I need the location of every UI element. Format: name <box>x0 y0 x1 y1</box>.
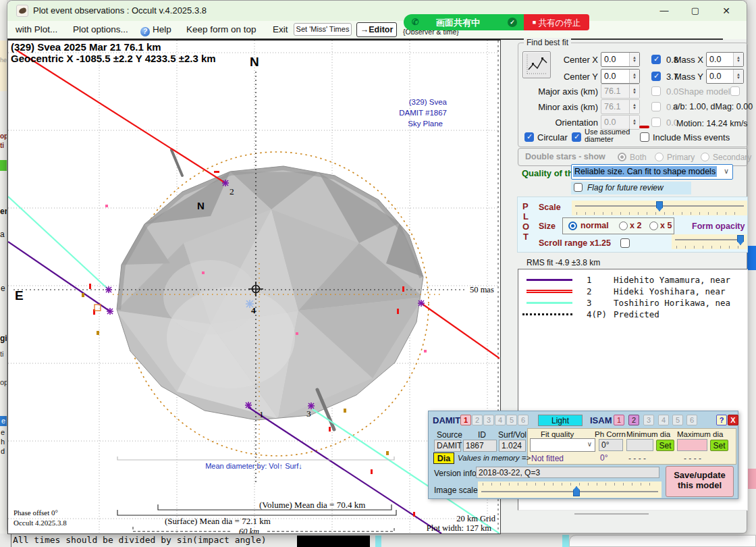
scroll-range-checkbox[interactable] <box>620 238 630 248</box>
isam-tab-1[interactable]: 1 <box>614 415 624 425</box>
size-x2-radio[interactable] <box>619 222 628 230</box>
dia-button[interactable]: Dia <box>433 452 454 464</box>
damit-tab-1[interactable]: 1 <box>460 415 471 425</box>
plot-title-line1: (329) Svea 2025 Mar 21 76.1 km <box>11 41 161 53</box>
help-icon: ? <box>140 27 150 36</box>
damit-tab-3[interactable]: 3 <box>483 415 494 425</box>
min-dia-value[interactable] <box>626 439 653 451</box>
quality-combobox[interactable]: Reliable size. Can fit to shape models ∨ <box>571 164 733 180</box>
stop-sharing-button[interactable]: ■ 共有の停止 <box>524 14 589 30</box>
size-x5-radio[interactable] <box>649 222 658 230</box>
isam-tab-4[interactable]: 4 <box>658 415 669 425</box>
panel-help-button[interactable]: ? <box>716 415 727 425</box>
fit-quality-combobox[interactable]: ∨ <box>530 438 595 452</box>
plot-canvas: 2 1 3 4 (329) Svea 2025 Mar 21 76.1 km G… <box>8 41 500 533</box>
damit-tab-5[interactable]: 5 <box>506 415 517 425</box>
screen-sharing-label: 画面共有中 <box>436 17 480 29</box>
double-primary-label: Primary <box>667 153 695 162</box>
light-curves-button[interactable]: Light curves <box>538 415 583 426</box>
background-text-fragment: h <box>1 438 5 446</box>
spinner-arrows-icon[interactable]: ▲▼ <box>733 70 743 83</box>
sky-plane-plot[interactable]: 2 1 3 4 (329) Svea 2025 Mar 21 76.1 km G… <box>7 39 501 534</box>
image-scale-thumb[interactable] <box>573 486 580 496</box>
minor-axis-spinner[interactable]: 76.1▲▼ <box>601 99 640 114</box>
background-text-fragment: d <box>1 447 5 455</box>
isam-tab-2[interactable]: 2 <box>628 415 639 425</box>
plot-t: T <box>523 232 529 242</box>
id-value[interactable]: 1867 <box>463 440 497 452</box>
legend-observer-row[interactable]: 1 Hidehito Yamamura, near <box>518 274 747 286</box>
include-miss-events-checkbox[interactable] <box>640 132 649 142</box>
panel-close-button[interactable]: X <box>728 415 738 425</box>
mass-y-spinner[interactable]: 0.0▲▼ <box>706 69 744 84</box>
size-normal-radio[interactable] <box>568 222 577 230</box>
app-icon <box>16 5 28 17</box>
version-info-value[interactable]: 2018-03-22, Q=3 <box>476 467 659 478</box>
damit-tab-2[interactable]: 2 <box>472 415 483 425</box>
spinner-arrows-icon: ▲▼ <box>629 84 639 98</box>
size-radio-group: normal x 2 x 5 <box>562 217 674 234</box>
fit-graph-button[interactable] <box>522 51 551 78</box>
legend-observer-row[interactable]: 3 Toshihiro Horikawa, nea <box>518 297 747 309</box>
spinner-arrows-icon[interactable]: ▲▼ <box>629 70 639 83</box>
menu-keep-on-top[interactable]: Keep form on top <box>186 24 256 34</box>
menu-help[interactable]: ?Help <box>140 24 171 36</box>
minimize-button[interactable]: — <box>649 1 680 21</box>
center-y-spinner[interactable]: 0.0▲▼ <box>601 69 640 84</box>
isam-tab-6[interactable]: 6 <box>686 415 697 425</box>
surface-dia-bracket <box>117 510 396 515</box>
spinner-arrows-icon[interactable]: ▲▼ <box>733 53 743 66</box>
background-text-fragment: ti <box>0 142 4 149</box>
min-dia-set-button[interactable]: Set <box>656 440 674 451</box>
scale-slider[interactable] <box>572 201 747 215</box>
major-axis-spinner[interactable]: 76.1▲▼ <box>601 84 640 99</box>
center-x-fit-checkbox[interactable]: ✓ <box>651 55 661 64</box>
center-x-spinner[interactable]: 0.0▲▼ <box>601 52 640 67</box>
center-y-fit-checkbox[interactable]: ✓ <box>651 72 661 81</box>
ph-corr-value[interactable]: 0° <box>599 439 623 451</box>
close-button[interactable]: ✕ <box>711 1 742 21</box>
menu-plot-options[interactable]: Plot options... <box>73 24 128 34</box>
legend-observer-row[interactable]: 4(P) Predicted <box>518 309 747 320</box>
circular-checkbox[interactable]: ✓ <box>524 132 534 142</box>
editor-button[interactable]: →Editor <box>356 22 397 37</box>
isam-tab-5[interactable]: 5 <box>672 415 683 425</box>
use-assumed-diameter-checkbox[interactable]: ✓ <box>572 132 581 142</box>
spinner-arrows-icon[interactable]: ▲▼ <box>629 53 639 66</box>
menu-exit[interactable]: Exit <box>273 24 288 34</box>
max-dia-set-button[interactable]: Set <box>710 440 728 451</box>
set-miss-times-button[interactable]: Set 'Miss' Times <box>294 23 352 36</box>
desktop: he op ti er a e gi ti op e e h d All tim… <box>0 0 756 547</box>
ab-dmag-value: a/b: 1.00, dMag: 0.00 <box>673 102 753 111</box>
stop-sharing-label: 共有の停止 <box>539 18 581 28</box>
min-dia-header: Minimum dia <box>626 430 670 438</box>
save-model-button[interactable]: Save/update this model <box>666 466 734 497</box>
form-opacity-slider[interactable] <box>672 234 747 249</box>
grid-scale-label: 20 km Grid <box>456 514 495 523</box>
image-scale-slider[interactable] <box>478 481 662 498</box>
legend-observer-row[interactable]: 2 Hideki Yoshihara, near <box>518 286 747 297</box>
menu-with-plot[interactable]: with Plot... <box>16 24 57 34</box>
background-window-fragment <box>297 536 370 547</box>
scale-60km-bracket <box>133 527 394 531</box>
double-stars-label: Double stars - show <box>525 152 605 161</box>
flag-review-checkbox[interactable] <box>574 183 583 192</box>
plot-p: P <box>522 201 529 211</box>
source-value: DAMIT <box>434 440 461 452</box>
chord-2-sample <box>526 290 572 293</box>
legend-scrollbar[interactable] <box>574 513 649 515</box>
maximize-button[interactable]: ▢ <box>680 1 711 21</box>
background-window-fragment <box>747 469 756 489</box>
chevron-down-icon[interactable]: ∨ <box>724 167 729 176</box>
mass-x-spinner[interactable]: 0.0▲▼ <box>706 52 744 67</box>
form-opacity-thumb[interactable] <box>737 235 744 245</box>
phase-offset-label: Phase offset 0° <box>14 509 58 517</box>
scale-slider-thumb[interactable] <box>656 201 663 211</box>
max-dia-value[interactable] <box>677 439 707 451</box>
damit-tab-6[interactable]: 6 <box>518 415 529 425</box>
isam-tab-3[interactable]: 3 <box>643 415 654 425</box>
chord-4-label: 4 <box>251 305 256 315</box>
chevron-down-icon[interactable]: ∨ <box>587 440 592 448</box>
orientation-fit-checkbox <box>651 118 661 127</box>
damit-tab-4[interactable]: 4 <box>495 415 506 425</box>
